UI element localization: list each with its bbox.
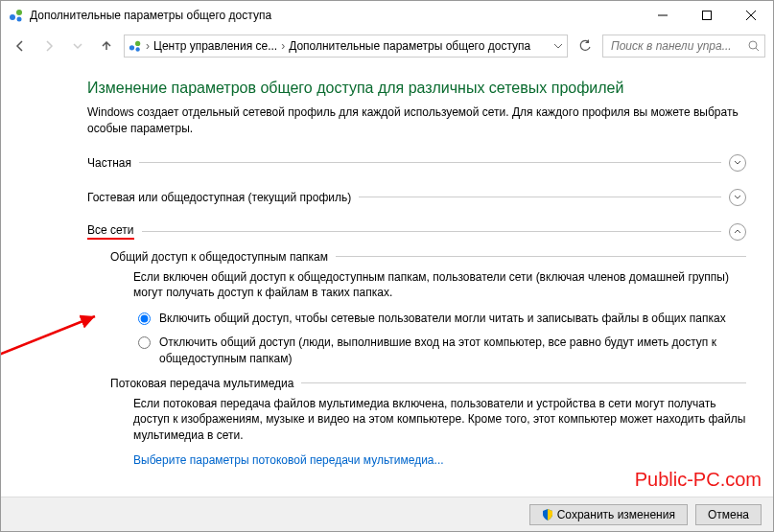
radio-input[interactable]: [138, 312, 151, 325]
media-options-link[interactable]: Выберите параметры потоковой передачи му…: [133, 453, 746, 467]
section-header-guest[interactable]: Гостевая или общедоступная (текущий проф…: [87, 185, 746, 210]
window-controls: [641, 1, 773, 30]
section-label: Гостевая или общедоступная (текущий проф…: [87, 191, 351, 204]
titlebar: Дополнительные параметры общего доступа: [1, 1, 773, 30]
chevron-down-icon[interactable]: [553, 41, 563, 51]
divider: [359, 197, 721, 197]
navbar: › Центр управления се... › Дополнительны…: [1, 30, 773, 62]
button-label: Отмена: [708, 508, 749, 521]
section-label: Все сети: [87, 223, 134, 240]
maximize-icon: [702, 11, 712, 20]
radio-enable-sharing[interactable]: Включить общий доступ, чтобы сетевые пол…: [133, 311, 746, 327]
breadcrumb-item-1[interactable]: Центр управления се...: [153, 39, 277, 53]
page-heading: Изменение параметров общего доступа для …: [87, 80, 746, 97]
expand-button[interactable]: [729, 189, 746, 206]
content-area: Изменение параметров общего доступа для …: [1, 64, 773, 497]
section-guest: Гостевая или общедоступная (текущий проф…: [87, 185, 746, 210]
refresh-icon: [578, 39, 592, 53]
radio-input[interactable]: [138, 336, 151, 349]
arrow-left-icon: [13, 39, 27, 53]
close-button[interactable]: [729, 1, 773, 30]
svg-point-2: [17, 17, 22, 22]
section-label: Частная: [87, 156, 131, 170]
button-label: Сохранить изменения: [557, 508, 675, 521]
breadcrumb-item-2[interactable]: Дополнительные параметры общего доступа: [289, 39, 530, 53]
group-label: Потоковая передача мультимедиа: [110, 377, 293, 390]
search-box[interactable]: [602, 35, 765, 58]
chevron-down-icon: [73, 41, 82, 51]
subsection-media-streaming: Потоковая передача мультимедиа Если пото…: [110, 377, 746, 467]
group-header-media: Потоковая передача мультимедиа: [110, 377, 746, 390]
address-bar[interactable]: › Центр управления се... › Дополнительны…: [124, 35, 568, 58]
svg-point-9: [135, 47, 139, 51]
watermark: Public-PC.com: [635, 469, 762, 491]
minimize-icon: [658, 11, 668, 20]
group-label: Общий доступ к общедоступным папкам: [110, 250, 328, 264]
radio-disable-sharing[interactable]: Отключить общий доступ (люди, выполнивши…: [133, 335, 746, 367]
group-description: Если включен общий доступ к общедоступны…: [133, 269, 746, 302]
svg-point-8: [135, 41, 140, 46]
divider: [301, 382, 746, 383]
divider: [139, 162, 721, 163]
svg-point-0: [10, 14, 15, 20]
section-all-networks: Все сети Общий доступ к общедоступным па…: [87, 220, 746, 467]
forward-button[interactable]: [37, 35, 60, 58]
maximize-button[interactable]: [685, 1, 729, 30]
divider: [336, 256, 746, 257]
app-icon: [9, 8, 24, 23]
radio-label: Отключить общий доступ (люди, выполнивши…: [159, 335, 746, 367]
collapse-button[interactable]: [729, 223, 746, 241]
footer: Сохранить изменения Отмена: [1, 497, 773, 531]
group-header-public-folder: Общий доступ к общедоступным папкам: [110, 250, 746, 264]
radio-label: Включить общий доступ, чтобы сетевые пол…: [159, 311, 726, 327]
svg-line-11: [756, 48, 759, 51]
chevron-up-icon: [734, 228, 741, 236]
close-icon: [746, 11, 756, 20]
breadcrumb-separator: ›: [281, 39, 285, 53]
back-button[interactable]: [9, 35, 32, 58]
up-button[interactable]: [95, 35, 118, 58]
location-icon: [129, 39, 142, 53]
divider: [142, 231, 722, 232]
window-title: Дополнительные параметры общего доступа: [30, 9, 641, 22]
chevron-down-icon: [734, 194, 741, 201]
search-input[interactable]: [609, 38, 748, 54]
svg-point-10: [749, 41, 757, 49]
expand-button[interactable]: [729, 154, 746, 172]
page-description: Windows создает отдельный сетевой профил…: [87, 104, 746, 137]
chevron-down-icon: [734, 159, 741, 167]
save-button[interactable]: Сохранить изменения: [529, 504, 688, 525]
svg-point-7: [129, 45, 134, 50]
radio-group-public-folder: Включить общий доступ, чтобы сетевые пол…: [133, 311, 746, 366]
breadcrumb-separator: ›: [146, 39, 150, 53]
subsection-public-folder: Общий доступ к общедоступным папкам Если…: [110, 250, 746, 367]
svg-rect-4: [703, 12, 712, 20]
arrow-right-icon: [42, 39, 56, 53]
refresh-button[interactable]: [574, 35, 597, 58]
search-icon: [748, 40, 759, 52]
section-header-all[interactable]: Все сети: [87, 220, 746, 244]
minimize-button[interactable]: [641, 1, 685, 30]
svg-point-1: [16, 10, 22, 15]
annotation-arrow: [1, 307, 114, 374]
shield-icon: [542, 509, 553, 520]
section-private: Частная: [87, 150, 746, 175]
recent-dropdown[interactable]: [66, 35, 89, 58]
arrow-up-icon: [100, 39, 113, 53]
cancel-button[interactable]: Отмена: [695, 504, 762, 525]
group-description: Если потоковая передача файлов мультимед…: [133, 396, 746, 444]
section-header-private[interactable]: Частная: [87, 150, 746, 175]
